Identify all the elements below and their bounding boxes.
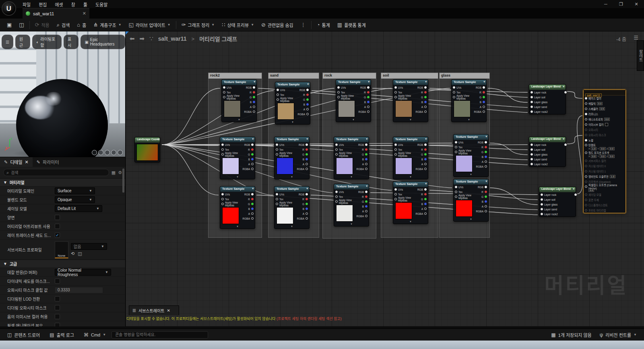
expand-icon[interactable]: ▾ [220, 225, 255, 229]
texture-sample-node[interactable]: Texture Sample▾UVsTexApply View MipBiasR… [220, 137, 255, 179]
output-pin[interactable] [305, 208, 308, 210]
forward-arrow-icon[interactable]: ➡ [140, 35, 145, 42]
output-pin[interactable] [485, 151, 487, 153]
output-pin[interactable] [485, 141, 487, 143]
use-selected-icon[interactable]: ⟲ [71, 251, 74, 256]
input-pin[interactable] [335, 191, 338, 193]
landscape-layer-blend-node[interactable]: Landscape Layer Blend▾Layer rockLayer so… [539, 187, 576, 217]
expand-icon[interactable]: ▾ [275, 120, 310, 124]
output-pin[interactable] [424, 101, 427, 103]
input-pin[interactable] [394, 198, 397, 200]
input-pin[interactable] [394, 96, 397, 98]
output-pin[interactable] [305, 158, 308, 160]
home-button[interactable]: ⌂홈 [73, 19, 90, 31]
input-pin[interactable] [337, 96, 340, 98]
output-pin[interactable] [485, 156, 487, 158]
input-pin[interactable] [337, 86, 340, 89]
grid-view-icon[interactable]: ▦ [111, 170, 116, 175]
input-pin[interactable] [223, 91, 225, 93]
property-checkbox[interactable] [55, 296, 60, 301]
output-pin[interactable] [253, 86, 255, 89]
preview-scene-chip[interactable]: ▣Epic Headquarters [80, 35, 125, 49]
input-pin[interactable] [455, 191, 457, 193]
output-pin[interactable] [424, 168, 427, 170]
tab-details[interactable]: ✎ 디테일 ✕ [0, 157, 33, 167]
tab-substrate[interactable]: ☰ 서브스트레이트 ✕ [129, 305, 179, 315]
output-pin[interactable] [365, 195, 367, 198]
output-pin[interactable] [365, 205, 367, 208]
output-pin[interactable] [485, 191, 487, 193]
input-pin[interactable] [541, 193, 543, 196]
input-pin[interactable] [585, 139, 587, 141]
texture-sample-node[interactable]: Texture Sample▾UVsTexApply View MipBiasR… [393, 79, 428, 122]
revision-control-button[interactable]: ψ 리비전 컨트롤 ▼ [596, 329, 641, 341]
lit-mode-chip[interactable]: ◐라이팅포함 [32, 35, 62, 49]
output-pin[interactable] [424, 163, 427, 165]
preview-state-button[interactable]: ∷상태 프리뷰▼ [218, 19, 258, 31]
output-pin[interactable] [305, 143, 308, 146]
output-pin[interactable] [305, 153, 308, 156]
output-pin[interactable] [574, 193, 577, 196]
output-pin[interactable] [367, 86, 369, 89]
output-pin[interactable] [306, 93, 309, 96]
menu-창[interactable]: 창 [67, 0, 79, 9]
output-pin[interactable] [424, 193, 427, 195]
expand-icon[interactable]: ▾ [393, 220, 428, 224]
input-pin[interactable] [530, 91, 533, 93]
output-pin[interactable] [365, 191, 367, 193]
output-pin[interactable] [367, 101, 369, 103]
texture-sample-node[interactable]: Texture Sample▾UVsTexApply View MipBiasR… [393, 137, 428, 179]
output-pin[interactable] [485, 186, 487, 188]
input-pin[interactable] [223, 86, 225, 89]
texture-sample-node[interactable]: Texture Sample▾UVsTexApply View MipBiasR… [453, 134, 489, 177]
input-pin[interactable] [455, 186, 457, 188]
input-pin[interactable] [276, 203, 278, 205]
output-pin[interactable] [251, 158, 254, 160]
output-pin[interactable] [483, 101, 485, 103]
menu-에셋[interactable]: 에셋 [51, 0, 67, 9]
output-pin[interactable] [251, 217, 254, 220]
input-pin[interactable] [585, 102, 587, 105]
property-dropdown[interactable]: Default Lit▼ [55, 205, 102, 212]
output-pin[interactable] [483, 91, 485, 93]
unsaved-indicator[interactable]: ▦ 1개 저장되지 않음 [547, 329, 595, 341]
input-pin[interactable] [585, 185, 587, 188]
output-pin[interactable] [485, 200, 487, 203]
input-pin[interactable] [394, 188, 397, 191]
close-button[interactable]: ✕ [629, 0, 644, 8]
mesh-plane-button[interactable] [111, 150, 116, 155]
input-pin[interactable] [221, 143, 224, 146]
output-pin[interactable] [367, 91, 369, 93]
unreal-logo-icon[interactable]: U [2, 1, 16, 16]
landscape-layer-blend-node[interactable]: Landscape Layer Blend▾Layer rockLayer so… [529, 84, 566, 114]
input-pin[interactable] [277, 93, 279, 96]
menu-파일[interactable]: 파일 [19, 0, 35, 9]
platform-stats-button[interactable]: ▥플랫폼 통계 [334, 19, 369, 31]
output-pin[interactable] [367, 110, 369, 113]
output-pin[interactable] [251, 153, 254, 156]
output-pin[interactable] [424, 158, 427, 160]
output-pin[interactable] [365, 200, 367, 203]
input-pin[interactable] [585, 113, 587, 115]
viewport-menu-chip[interactable]: ☰ [2, 35, 13, 49]
output-pin[interactable] [251, 148, 254, 151]
input-pin[interactable] [394, 148, 397, 151]
output-pin[interactable] [424, 188, 427, 191]
material-output-node[interactable]: salt_war11베이스 컬러메탈릭0.0스페큘러0.5러프니스애니소트로피0… [583, 89, 626, 213]
expand-icon[interactable]: ▾ [222, 118, 256, 122]
input-pin[interactable] [530, 158, 533, 160]
search-button[interactable]: ⌕검색 [53, 19, 74, 31]
save-button[interactable]: ▣ [3, 19, 15, 31]
output-pin[interactable] [305, 148, 308, 151]
perspective-chip[interactable]: 원근 [15, 35, 30, 49]
show-chip[interactable]: 표시 [64, 35, 78, 49]
input-pin[interactable] [335, 200, 338, 203]
input-pin[interactable] [541, 208, 543, 210]
mesh-sphere-button[interactable] [98, 150, 103, 155]
expand-icon[interactable]: ▾ [334, 222, 369, 226]
output-pin[interactable] [485, 160, 487, 163]
input-pin[interactable] [530, 110, 533, 113]
input-pin[interactable] [541, 203, 543, 206]
input-pin[interactable] [277, 89, 279, 91]
tab-close-icon[interactable]: ✕ [83, 11, 86, 16]
